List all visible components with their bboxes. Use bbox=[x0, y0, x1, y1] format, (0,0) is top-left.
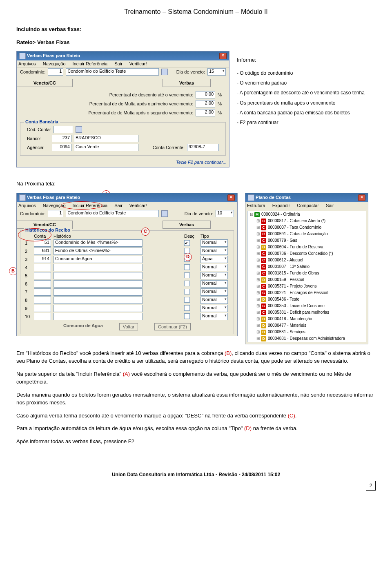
menu-item[interactable]: Navegação bbox=[43, 61, 66, 66]
select-tipo[interactable]: Normal bbox=[200, 264, 228, 271]
input-historico[interactable] bbox=[53, 264, 143, 271]
select-dia-vencto[interactable]: 10 bbox=[216, 210, 234, 217]
select-tipo[interactable]: Água bbox=[200, 256, 228, 263]
select-tipo[interactable]: Normal bbox=[200, 305, 228, 312]
input-historico[interactable]: Consumo de Agua bbox=[53, 256, 143, 263]
checkbox-desc[interactable] bbox=[184, 289, 190, 294]
group-historicos: Históricos do Recibo C D Conta Histórico… bbox=[20, 230, 234, 334]
tree-item[interactable]: ⊞D00000604 - Fundo de Reserva bbox=[247, 244, 366, 250]
menu-item[interactable]: Verificar! bbox=[129, 203, 147, 208]
input-banco-name[interactable]: BRADESCO bbox=[74, 135, 138, 142]
input-condominio-name[interactable]: Condomínio do Edifício Teste bbox=[66, 210, 159, 217]
button-voltar[interactable]: Voltar bbox=[119, 323, 138, 330]
button-continuar[interactable]: Continuar (F2) bbox=[154, 323, 191, 330]
menu-item[interactable]: Sair bbox=[114, 203, 122, 208]
tree-item[interactable]: ⊞C00000779 - Gas bbox=[247, 237, 366, 244]
menu-item[interactable]: Sair bbox=[326, 203, 334, 208]
tree-item[interactable]: ⊞D00000159 - Pessoal bbox=[247, 277, 366, 283]
select-tipo[interactable]: Normal bbox=[200, 272, 228, 279]
tree-item[interactable]: ⊞C00000612 - Aluguel bbox=[247, 257, 366, 263]
menu-item[interactable]: Arquivos bbox=[18, 203, 36, 208]
input-conta[interactable] bbox=[34, 305, 51, 312]
menu-item[interactable]: Incluir Referência bbox=[73, 61, 108, 66]
checkbox-desc[interactable] bbox=[184, 305, 190, 311]
menu-item[interactable]: Expandir bbox=[272, 203, 290, 208]
close-icon[interactable]: × bbox=[219, 53, 227, 59]
close-icon[interactable]: × bbox=[358, 194, 365, 201]
checkbox-desc[interactable] bbox=[184, 297, 190, 303]
select-dia-vencto[interactable]: 15 bbox=[207, 68, 226, 76]
tree-item[interactable]: ⊞C00000591 - Cotas de Associação bbox=[247, 231, 366, 237]
select-tipo[interactable]: Normal bbox=[200, 248, 228, 255]
tree-item[interactable]: ⊞D00004881 - Despesas com Administradora bbox=[247, 335, 366, 342]
select-tipo[interactable]: Normal bbox=[200, 239, 228, 247]
close-icon[interactable]: × bbox=[227, 194, 235, 201]
input-conta[interactable]: 681 bbox=[34, 248, 51, 255]
select-tipo[interactable]: Normal bbox=[200, 313, 228, 320]
checkbox-desc[interactable] bbox=[184, 272, 190, 278]
tree-item[interactable]: ⊞C00000736 - Desconto Concedido (*) bbox=[247, 250, 366, 257]
label-condominio: Condomínio: bbox=[20, 211, 45, 216]
select-tipo[interactable]: Normal bbox=[200, 297, 228, 304]
tree-item[interactable]: ⊞C00005371 - Projeto Jovens bbox=[247, 283, 366, 290]
lookup-icon[interactable] bbox=[161, 210, 168, 217]
input-historico[interactable]: Condomínio do Mês <%mes%> bbox=[53, 239, 143, 247]
checkbox-desc[interactable]: ✔ bbox=[184, 240, 190, 246]
tree-item[interactable]: ⊞D00000418 - Manutenção bbox=[247, 316, 366, 322]
checkbox-desc[interactable] bbox=[184, 264, 190, 270]
input-historico[interactable] bbox=[53, 297, 143, 304]
select-tipo[interactable]: Normal bbox=[200, 280, 228, 288]
input-historico[interactable] bbox=[53, 288, 143, 296]
input-conta[interactable] bbox=[34, 264, 51, 271]
checkbox-desc[interactable] bbox=[184, 313, 190, 319]
lookup-icon[interactable] bbox=[76, 126, 82, 133]
input-historico[interactable] bbox=[53, 313, 143, 320]
tree-plano-contas[interactable]: ⊟M00000024 - Ordinária ⊞C00000817 - Cota… bbox=[247, 211, 366, 342]
input-historico[interactable] bbox=[53, 280, 143, 288]
tree-item[interactable]: ⊞C00001815 - Fundo de Obras bbox=[247, 270, 366, 277]
tree-root[interactable]: 00000024 - Ordinária bbox=[261, 212, 300, 216]
tab-verbas[interactable]: Verbas bbox=[163, 79, 211, 87]
input-agencia-num[interactable]: 0094 bbox=[52, 144, 71, 151]
tree-item[interactable]: ⊞C00000353 - Taxas de Consumo bbox=[247, 303, 366, 309]
tree-item[interactable]: ⊞C00000007 - Taxa Condomínio bbox=[247, 224, 366, 231]
input-historico[interactable] bbox=[53, 305, 143, 312]
input-conta[interactable] bbox=[34, 297, 51, 304]
input-perc-multa2[interactable]: 2,00 bbox=[196, 109, 215, 116]
input-historico[interactable]: Fundo de Obras <%mes%> bbox=[53, 248, 143, 255]
checkbox-desc[interactable] bbox=[184, 281, 190, 286]
lookup-icon[interactable] bbox=[161, 69, 168, 75]
input-condominio-num[interactable]: 1 bbox=[48, 68, 63, 76]
tree-item[interactable]: ⊞C00000221 - Encargos de Pessoal bbox=[247, 290, 366, 296]
input-conta-corrente[interactable]: 92308-7 bbox=[187, 144, 219, 151]
input-conta[interactable] bbox=[34, 288, 51, 296]
menu-item[interactable]: Estrutura bbox=[247, 203, 265, 208]
informe-item: - O vencimento padrão bbox=[237, 79, 376, 87]
input-cod-conta[interactable] bbox=[53, 126, 73, 133]
tree-item[interactable]: ⊞C00000817 - Cotas em Aberto (*) bbox=[247, 218, 366, 224]
input-agencia-name[interactable]: Casa Verde bbox=[74, 144, 138, 151]
input-conta[interactable] bbox=[34, 272, 51, 279]
input-condominio-num[interactable]: 1 bbox=[48, 210, 63, 217]
tab-verbas[interactable]: Verbas bbox=[163, 221, 211, 229]
menu-item[interactable]: Compactar bbox=[297, 203, 319, 208]
label-cod-conta: Cód. Conta: bbox=[27, 127, 51, 132]
input-conta[interactable] bbox=[34, 280, 51, 288]
input-conta[interactable] bbox=[34, 313, 51, 320]
menu-item[interactable]: Verificar! bbox=[129, 61, 147, 66]
input-perc-desconto[interactable]: 0,00 bbox=[196, 91, 215, 98]
tree-item[interactable]: ⊞D00005436 - Teste bbox=[247, 296, 366, 303]
tab-vencto-cc[interactable]: Vencto/CC bbox=[17, 79, 73, 87]
input-historico[interactable] bbox=[53, 272, 143, 279]
input-perc-multa1[interactable]: 2,00 bbox=[196, 100, 215, 107]
menu-item[interactable]: Sair bbox=[114, 61, 122, 66]
menu-item[interactable]: Arquivos bbox=[18, 61, 36, 66]
tree-item[interactable]: ⊞D00000531 - Serviços bbox=[247, 329, 366, 335]
tree-item[interactable]: ⊞C00001807 - 13º Salário bbox=[247, 263, 366, 270]
input-banco-num[interactable]: 237 bbox=[52, 135, 71, 142]
tree-item[interactable]: ⊞D00000477 - Materiais bbox=[247, 322, 366, 329]
input-condominio-name[interactable]: Condomínio do Edifício Teste bbox=[66, 68, 159, 76]
input-conta[interactable]: 914 bbox=[34, 256, 51, 263]
select-tipo[interactable]: Normal bbox=[200, 288, 228, 296]
tree-item[interactable]: ⊞C00005381 - Deficit para melhorias bbox=[247, 309, 366, 316]
